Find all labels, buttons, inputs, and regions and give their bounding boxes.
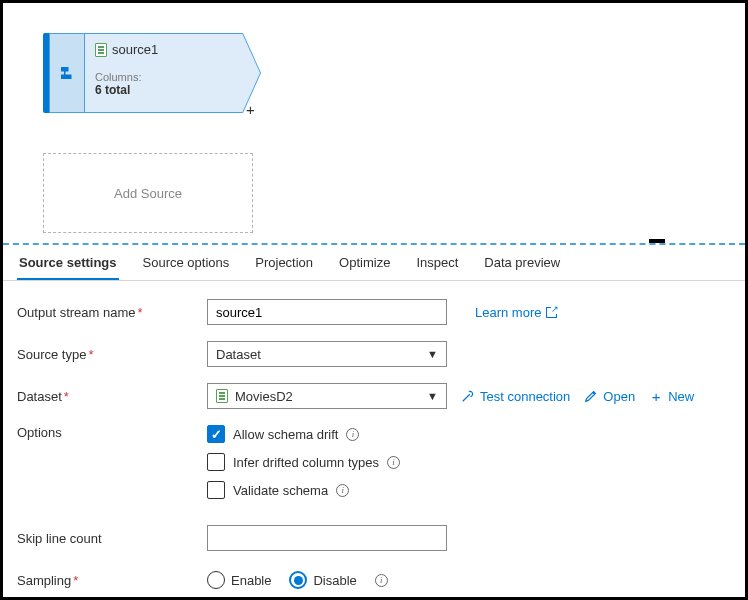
dataset-doc-icon — [216, 389, 228, 403]
add-source-button[interactable]: Add Source — [43, 153, 253, 233]
skip-line-count-label: Skip line count — [17, 531, 207, 546]
source-type-label: Source type* — [17, 347, 207, 362]
tab-data-preview[interactable]: Data preview — [482, 247, 562, 280]
tab-projection[interactable]: Projection — [253, 247, 315, 280]
info-icon[interactable] — [336, 484, 349, 497]
tab-inspect[interactable]: Inspect — [414, 247, 460, 280]
radio-icon — [289, 571, 307, 589]
chevron-down-icon: ▼ — [427, 348, 438, 360]
new-dataset-button[interactable]: + New — [649, 389, 694, 404]
test-connection-button[interactable]: Test connection — [461, 389, 570, 404]
tab-source-options[interactable]: Source options — [141, 247, 232, 280]
test-connection-icon — [461, 389, 475, 403]
node-handle[interactable] — [49, 33, 85, 113]
open-dataset-button[interactable]: Open — [584, 389, 635, 404]
allow-schema-drift-checkbox[interactable] — [207, 425, 225, 443]
sampling-disable-radio[interactable]: Disable — [289, 571, 356, 589]
add-transform-button[interactable]: + — [246, 101, 255, 118]
infer-drifted-types-checkbox[interactable] — [207, 453, 225, 471]
learn-more-link[interactable]: Learn more — [475, 305, 557, 320]
dataflow-canvas[interactable]: source1 Columns: 6 total + Add Source — [3, 3, 745, 243]
radio-icon — [207, 571, 225, 589]
dataset-doc-icon — [95, 43, 107, 57]
external-link-icon — [546, 307, 557, 318]
tab-optimize[interactable]: Optimize — [337, 247, 392, 280]
chevron-down-icon: ▼ — [427, 390, 438, 402]
sampling-enable-radio[interactable]: Enable — [207, 571, 271, 589]
info-icon[interactable] — [387, 456, 400, 469]
dataset-select[interactable]: MoviesD2 ▼ — [207, 383, 447, 409]
add-source-label: Add Source — [114, 186, 182, 201]
validate-schema-checkbox[interactable] — [207, 481, 225, 499]
tabs-bar: Source settings Source options Projectio… — [3, 245, 745, 281]
node-body[interactable]: source1 Columns: 6 total — [85, 33, 243, 113]
tab-source-settings[interactable]: Source settings — [17, 247, 119, 280]
sampling-label: Sampling* — [17, 573, 207, 588]
infer-drifted-types-label: Infer drifted column types — [233, 455, 379, 470]
node-columns-label: Columns: — [95, 71, 232, 83]
output-stream-input[interactable] — [207, 299, 447, 325]
options-label: Options — [17, 425, 207, 440]
allow-schema-drift-label: Allow schema drift — [233, 427, 338, 442]
plus-icon: + — [649, 389, 663, 403]
source-type-select[interactable]: Dataset ▼ — [207, 341, 447, 367]
source-settings-form: Output stream name* Learn more Source ty… — [3, 281, 745, 600]
validate-schema-label: Validate schema — [233, 483, 328, 498]
output-stream-label: Output stream name* — [17, 305, 207, 320]
dataflow-icon — [58, 64, 76, 82]
node-columns-value: 6 total — [95, 83, 232, 97]
pencil-icon — [584, 389, 598, 403]
pane-divider[interactable] — [3, 243, 745, 245]
dataset-label: Dataset* — [17, 389, 207, 404]
source-node[interactable]: source1 Columns: 6 total — [43, 33, 243, 113]
info-icon[interactable] — [346, 428, 359, 441]
skip-line-count-input[interactable] — [207, 525, 447, 551]
info-icon[interactable] — [375, 574, 388, 587]
node-title: source1 — [112, 42, 158, 57]
